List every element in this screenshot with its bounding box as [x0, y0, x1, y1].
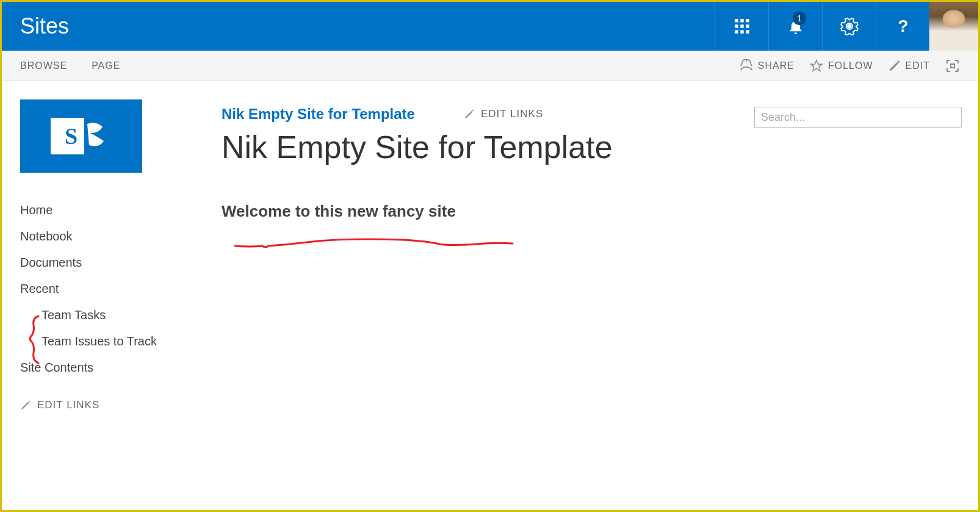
nav-site-contents[interactable]: Site Contents [20, 361, 203, 375]
edit-links-label: EDIT LINKS [481, 108, 543, 120]
help-icon: ? [895, 18, 912, 35]
avatar-image [929, 2, 978, 51]
edit-label: EDIT [906, 60, 930, 71]
svg-rect-7 [740, 31, 743, 34]
svg-text:S: S [65, 123, 77, 149]
nav-documents[interactable]: Documents [20, 256, 203, 270]
nav-notebook[interactable]: Notebook [20, 229, 203, 243]
nav-team-issues[interactable]: Team Issues to Track [41, 334, 203, 348]
svg-rect-0 [735, 19, 738, 22]
tab-page[interactable]: PAGE [92, 60, 120, 71]
nav-recent[interactable]: Recent [20, 282, 203, 296]
sharepoint-icon: S [48, 112, 115, 160]
focus-button[interactable] [945, 59, 960, 73]
notification-badge: 1 [793, 12, 806, 25]
waffle-icon [734, 18, 750, 34]
welcome-text: Welcome to this new fancy site [222, 202, 960, 221]
content-area: S Home Notebook Documents Recent Team Ta… [2, 81, 978, 430]
follow-button[interactable]: FOLLOW [810, 59, 873, 73]
share-icon [740, 59, 753, 73]
app-launcher-button[interactable] [715, 2, 768, 51]
edit-links-topnav[interactable]: EDIT LINKS [464, 108, 543, 120]
svg-rect-4 [740, 24, 743, 27]
quicklaunch: Home Notebook Documents Recent Team Task… [20, 197, 203, 381]
page-title: Nik Empty Site for Template [222, 129, 960, 165]
follow-label: FOLLOW [828, 60, 873, 71]
svg-rect-5 [746, 24, 749, 27]
svg-rect-3 [735, 24, 738, 27]
svg-rect-11 [951, 64, 954, 68]
edit-links-label: EDIT LINKS [37, 399, 99, 411]
suite-bar: Sites 1 ? [2, 2, 978, 51]
pencil-icon [464, 109, 475, 120]
user-avatar[interactable] [929, 2, 978, 51]
nav-team-tasks[interactable]: Team Tasks [41, 308, 203, 322]
pencil-icon [888, 60, 901, 72]
ribbon-tabs: BROWSE PAGE [20, 60, 120, 71]
gear-icon [840, 17, 859, 35]
svg-point-9 [847, 24, 852, 29]
ribbon: BROWSE PAGE SHARE FOLLOW EDIT [2, 51, 978, 81]
main-content: Nik Empty Site for Template EDIT LINKS N… [222, 99, 960, 411]
settings-button[interactable] [822, 2, 876, 51]
edit-button[interactable]: EDIT [888, 60, 930, 72]
site-nav-title[interactable]: Nik Empty Site for Template [222, 106, 415, 123]
share-button[interactable]: SHARE [740, 59, 794, 73]
suite-brand[interactable]: Sites [2, 13, 69, 39]
svg-text:?: ? [898, 18, 908, 35]
svg-rect-2 [746, 19, 749, 22]
star-icon [810, 59, 823, 73]
notifications-button[interactable]: 1 [768, 2, 822, 51]
focus-icon [945, 59, 960, 73]
help-button[interactable]: ? [876, 2, 929, 51]
share-label: SHARE [758, 60, 794, 71]
site-logo[interactable]: S [20, 99, 142, 173]
svg-rect-6 [735, 31, 738, 34]
tab-browse[interactable]: BROWSE [20, 60, 67, 71]
suite-right: 1 ? [715, 2, 978, 51]
search-input[interactable] [754, 107, 962, 128]
svg-rect-1 [740, 19, 743, 22]
nav-home[interactable]: Home [20, 203, 203, 217]
edit-links-sidebar[interactable]: EDIT LINKS [20, 399, 203, 411]
ribbon-actions: SHARE FOLLOW EDIT [740, 59, 960, 73]
sidebar: S Home Notebook Documents Recent Team Ta… [20, 99, 203, 411]
svg-rect-8 [746, 31, 749, 34]
pencil-icon [20, 400, 31, 411]
